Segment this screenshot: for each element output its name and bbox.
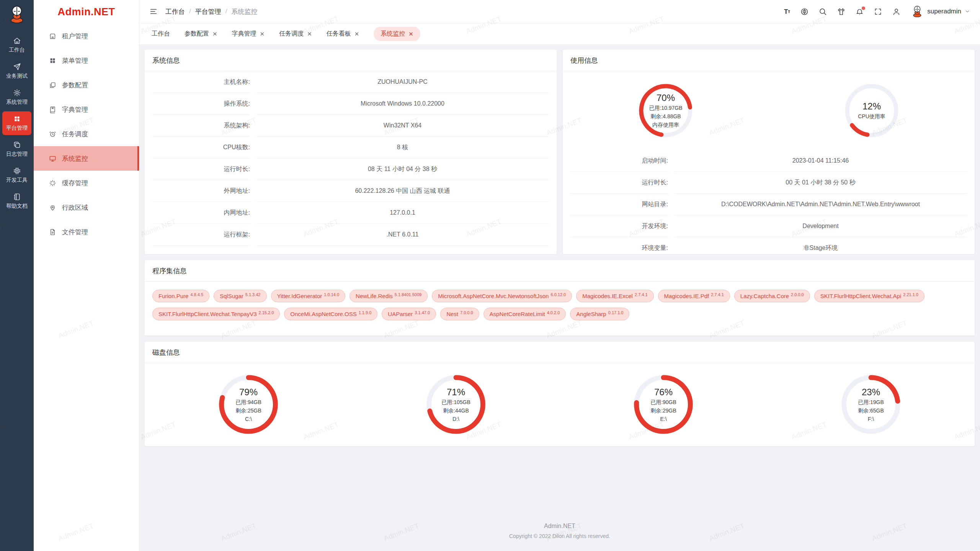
breadcrumb-current: 系统监控 [231,7,257,16]
tab-schedule[interactable]: 任务调度✕ [279,30,312,38]
gauge-drive: C:\ [245,416,252,422]
rail-item-dev-tools[interactable]: 开发工具 [2,163,31,187]
tag-name: SqlSugar [220,293,243,299]
gauge-free: 剩余:65GB [858,408,884,414]
row-label: CPU核数: [152,137,250,158]
assembly-tag: AspNetCoreRateLimit4.0.2.0 [483,308,566,320]
sidebar-item-monitor[interactable]: 系统监控 [34,146,139,171]
tag-version: 4.0.2.0 [547,310,560,315]
bell-icon[interactable] [856,8,864,16]
page-content: 系统信息 主机名称: ZUOHUAIJUN-PC 操作系统: Microsoft… [139,44,980,551]
mascot-icon [7,5,27,24]
table-row: 主机名称: ZUOHUAIJUN-PC [152,71,549,93]
row-value: Microsoft Windows 10.0.22000 [256,93,549,115]
table-row: 内网地址: 127.0.0.1 [152,202,549,224]
gauge-percent: 23% [862,387,880,398]
tab-workbench[interactable]: 工作台 [152,30,170,38]
tag-name: Yitter.IdGenerator [277,293,322,299]
rail-item-label: 业务测试 [6,73,28,80]
app-logo-mascot [7,0,27,32]
tag-version: 0.17.1.0 [608,310,624,315]
tag-version: 2.7.4.1 [711,292,724,297]
disk-gauge-d: 71% 已用:105GB 剩余:44GB D:\ [425,374,487,435]
row-label: 运行时长: [570,172,668,194]
dict-book-icon [49,106,56,113]
sidebar-item-dict[interactable]: 字典管理 [34,97,139,122]
rail-item-label: 日志管理 [6,151,28,158]
rail-item-help-docs[interactable]: 帮助文档 [2,189,31,213]
close-icon[interactable]: ✕ [260,31,265,37]
usage-info-card: 使用信息 70% 已用:10.97GB 剩余:4.88GB 内存使 [563,50,975,254]
usage-gauges: 70% 已用:10.97GB 剩余:4.88GB 内存使用率 [563,71,975,150]
tag-name: Lazy.Captcha.Core [740,293,789,299]
close-icon[interactable]: ✕ [354,31,359,37]
assembly-tag: SqlSugar5.1.3.42 [214,290,266,302]
tab-task-board[interactable]: 任务看板✕ [327,30,359,38]
assembly-tag: Lazy.Captcha.Core2.0.0.0 [734,290,810,302]
footer-app-name: Admin.NET [145,523,975,530]
assembly-tag: SKIT.FlurlHttpClient.Wechat.Api2.21.1.0 [814,290,924,302]
rail-item-workbench[interactable]: 工作台 [2,33,31,57]
sidebar-item-menu[interactable]: 菜单管理 [34,48,139,73]
sidebar: Admin.NET 租户管理 菜单管理 参数配置 字典管理 任务调度 系统监控 … [34,0,139,551]
font-size-icon[interactable]: Tт [784,8,790,16]
collapse-menu-icon[interactable] [149,7,158,16]
breadcrumb: 工作台 / 平台管理 / 系统监控 [165,7,257,16]
theme-shirt-icon[interactable] [837,8,845,16]
rail-item-log-mgmt[interactable]: 日志管理 [2,137,31,161]
close-icon[interactable]: ✕ [408,31,413,37]
card-title: 磁盘信息 [145,342,975,363]
assembly-tag: Furion.Pure4.8.4.5 [152,290,209,302]
table-row: 系统架构: Win32NT X64 [152,115,549,137]
sidebar-item-cache[interactable]: 缓存管理 [34,171,139,195]
rail-item-biz-test[interactable]: 业务测试 [2,59,31,83]
row-label: 系统架构: [152,115,250,137]
gauge-used: 已用:90GB [650,399,676,406]
user-menu[interactable]: superadmin [911,5,970,18]
tag-name: Magicodes.IE.Excel [582,293,633,299]
fullscreen-icon[interactable] [874,8,882,16]
module-rail: 工作台 业务测试 系统管理 平台管理 日志管理 开发工具 帮助文档 [0,0,34,551]
tag-version: 1.1.9.0 [359,310,372,315]
gauge-used: 已用:94GB [235,399,261,406]
tab-monitor[interactable]: 系统监控✕ [374,27,420,41]
rail-item-system-mgmt[interactable]: 系统管理 [2,85,31,109]
gauge-caption: CPU使用率 [858,113,885,120]
footer-copyright: Copyright © 2022 Dilon All rights reserv… [145,533,975,539]
sidebar-item-label: 缓存管理 [62,179,88,187]
tab-dict[interactable]: 字典管理✕ [232,30,265,38]
send-icon [13,63,21,71]
row-value: 2023-01-04 11:15:46 [674,150,967,172]
disk-gauge-f: 23% 已用:19GB 剩余:65GB F:\ [840,374,902,435]
table-row: 启动时间: 2023-01-04 11:15:46 [570,150,967,172]
gear-icon [13,89,21,97]
search-icon[interactable] [819,8,827,16]
username: superadmin [927,8,961,15]
system-info-card: 系统信息 主机名称: ZUOHUAIJUN-PC 操作系统: Microsoft… [145,50,557,254]
person-icon[interactable] [892,8,900,16]
tag-name: SKIT.FlurlHttpClient.Wechat.TenpayV3 [158,311,257,317]
sidebar-item-files[interactable]: 文件管理 [34,220,139,244]
sidebar-item-schedule[interactable]: 任务调度 [34,122,139,146]
topbar: 工作台 / 平台管理 / 系统监控 Tт [139,0,980,23]
assembly-tag: Magicodes.IE.Excel2.7.4.1 [576,290,653,302]
close-icon[interactable]: ✕ [212,31,217,37]
row-label: 操作系统: [152,93,250,115]
close-icon[interactable]: ✕ [307,31,312,37]
page-footer: Admin.NET Copyright © 2022 Dilon All rig… [145,523,975,539]
rail-item-platform-mgmt[interactable]: 平台管理 [2,111,31,135]
tab-config[interactable]: 参数配置✕ [185,30,217,38]
notification-badge [862,7,865,10]
gauge-used: 已用:105GB [441,399,470,406]
assembly-tag: Nest7.0.0.0 [440,308,479,320]
sidebar-item-region[interactable]: 行政区域 [34,195,139,220]
row-value: 8 核 [256,137,549,158]
language-icon[interactable] [800,8,808,16]
sidebar-item-tenant[interactable]: 租户管理 [34,24,139,48]
breadcrumb-workbench[interactable]: 工作台 [165,7,185,16]
copy-docs-icon [13,141,21,149]
sidebar-item-config[interactable]: 参数配置 [34,73,139,97]
main-area: 工作台 / 平台管理 / 系统监控 Tт [139,0,980,551]
table-row: 开发环境: Development [570,215,967,237]
breadcrumb-platform[interactable]: 平台管理 [195,7,221,16]
